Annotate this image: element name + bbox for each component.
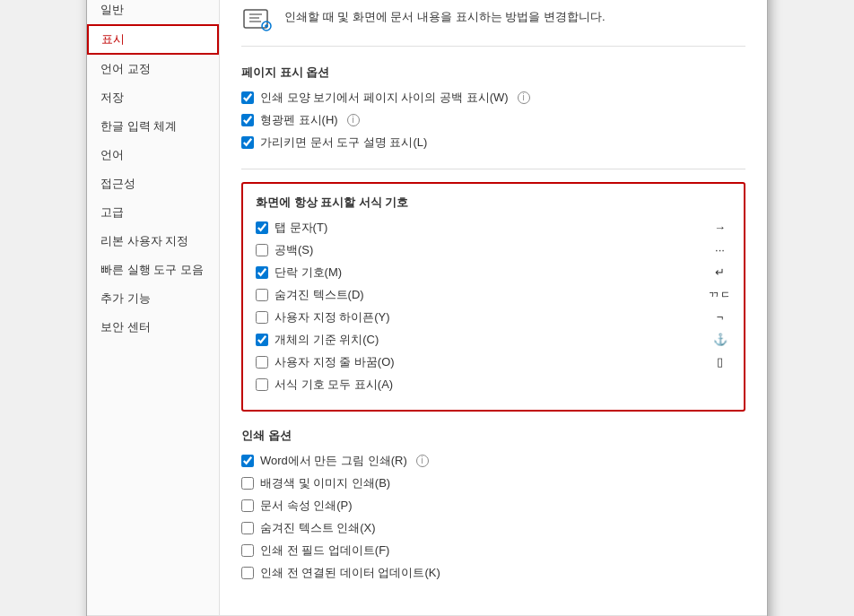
format-symbol-row-space: 공백(S)··· xyxy=(256,242,731,258)
sidebar-item-general[interactable]: 일반 xyxy=(87,0,219,24)
format-symbol-row-tab: 탭 문자(T)→ xyxy=(256,220,731,236)
print-option-row-print_properties: 문서 속성 인쇄(P) xyxy=(241,498,745,514)
symbol-optional_break: ▯ xyxy=(709,355,731,369)
sidebar: 일반표시언어 교정저장한글 입력 체계언어접근성고급리본 사용자 지정빠른 실행… xyxy=(87,0,220,615)
sidebar-item-advanced[interactable]: 고급 xyxy=(87,198,219,227)
label-format-all_formatting: 서식 기호 모두 표시(A) xyxy=(274,377,702,393)
sidebar-item-korean[interactable]: 한글 입력 체계 xyxy=(87,112,219,141)
print-option-row-update_fields: 인쇄 전 필드 업데이트(F) xyxy=(241,542,745,559)
symbol-object_anchor: ⚓ xyxy=(709,333,731,346)
checkbox-print-update_fields[interactable] xyxy=(241,544,254,557)
label-print-print_background: 배경색 및 이미지 인쇄(B) xyxy=(260,475,390,491)
symbol-paragraph: ↵ xyxy=(709,265,731,279)
word-options-dialog: W Word 옵션 ? ✕ 일반표시언어 교정저장한글 입력 체계언어접근성고급… xyxy=(86,0,768,616)
checkbox-row-show_tooltip: 가리키면 문서 도구 설명 표시(L) xyxy=(241,134,745,151)
page-display-options-section: 페이지 표시 옵션 인쇄 모양 보기에서 페이지 사이의 공백 표시(W)i형광… xyxy=(241,65,745,151)
checkbox-print-print_properties[interactable] xyxy=(241,499,254,512)
info-icon-print-print_drawings: i xyxy=(416,455,429,467)
info-icon-show_highlighter: i xyxy=(347,114,360,126)
svg-rect-2 xyxy=(244,10,267,28)
sidebar-item-trustcenter[interactable]: 보안 센터 xyxy=(87,313,219,342)
print-option-row-print_background: 배경색 및 이미지 인쇄(B) xyxy=(241,475,745,491)
checkbox-format-space[interactable] xyxy=(256,244,268,256)
label-format-optional_hyphen: 사용자 지정 하이픈(Y) xyxy=(274,309,702,325)
checkbox-format-hidden_text[interactable] xyxy=(256,289,268,301)
checkbox-format-optional_hyphen[interactable] xyxy=(256,311,268,324)
checkbox-show_whitespace[interactable] xyxy=(241,91,254,104)
checkbox-format-paragraph[interactable] xyxy=(256,266,268,279)
sidebar-item-display[interactable]: 표시 xyxy=(87,24,219,55)
label-show_tooltip: 가리키면 문서 도구 설명 표시(L) xyxy=(260,134,427,151)
display-icon xyxy=(241,4,274,37)
info-icon-show_whitespace: i xyxy=(518,91,530,104)
label-format-optional_break: 사용자 지정 줄 바꿈(O) xyxy=(274,354,702,370)
checkbox-row-show_whitespace: 인쇄 모양 보기에서 페이지 사이의 공백 표시(W)i xyxy=(241,90,745,106)
format-symbols-section: 화면에 항상 표시할 서식 기호 탭 문자(T)→공백(S)···단락 기호(M… xyxy=(241,182,745,412)
checkbox-show_highlighter[interactable] xyxy=(241,114,254,126)
page-header: 인쇄할 때 및 화면에 문서 내용을 표시하는 방법을 변경합니다. xyxy=(241,4,745,47)
checkbox-row-show_highlighter: 형광펜 표시(H)i xyxy=(241,112,745,128)
label-show_whitespace: 인쇄 모양 보기에서 페이지 사이의 공백 표시(W) xyxy=(260,90,509,106)
label-format-hidden_text: 숨겨진 텍스트(D) xyxy=(274,287,702,303)
sidebar-item-proofing[interactable]: 언어 교정 xyxy=(87,55,219,83)
checkbox-format-tab[interactable] xyxy=(256,221,268,234)
label-print-print_properties: 문서 속성 인쇄(P) xyxy=(260,498,353,514)
print-option-row-print_drawings: Word에서 만든 그림 인쇄(R)i xyxy=(241,453,745,469)
sidebar-item-accessibility[interactable]: 접근성 xyxy=(87,169,219,198)
symbol-tab: → xyxy=(709,221,731,234)
label-print-update_fields: 인쇄 전 필드 업데이트(F) xyxy=(260,542,389,559)
checkbox-show_tooltip[interactable] xyxy=(241,136,254,149)
label-print-print_drawings: Word에서 만든 그림 인쇄(R) xyxy=(260,453,407,469)
print-options-title: 인쇄 옵션 xyxy=(241,428,745,444)
divider1 xyxy=(241,169,745,169)
label-format-tab: 탭 문자(T) xyxy=(274,220,702,236)
sidebar-item-addins[interactable]: 추가 기능 xyxy=(87,284,219,313)
format-symbol-row-paragraph: 단락 기호(M)↵ xyxy=(256,265,731,281)
print-option-row-update_linked: 인쇄 전 연결된 데이터 업데이트(K) xyxy=(241,565,745,581)
header-description: 인쇄할 때 및 화면에 문서 내용을 표시하는 방법을 변경합니다. xyxy=(284,4,606,26)
content-area: 인쇄할 때 및 화면에 문서 내용을 표시하는 방법을 변경합니다. 페이지 표… xyxy=(220,0,767,615)
symbol-optional_hyphen: ¬ xyxy=(709,310,731,324)
label-format-object_anchor: 개체의 기준 위치(C) xyxy=(274,332,702,348)
format-symbol-row-all_formatting: 서식 기호 모두 표시(A) xyxy=(256,377,731,393)
sidebar-item-ribbon[interactable]: 리본 사용자 지정 xyxy=(87,227,219,256)
print-options-section: 인쇄 옵션 Word에서 만든 그림 인쇄(R)i배경색 및 이미지 인쇄(B)… xyxy=(241,428,745,581)
checkbox-print-print_drawings[interactable] xyxy=(241,455,254,467)
checkbox-format-object_anchor[interactable] xyxy=(256,334,268,346)
symbol-hidden_text: ᆩᆮ xyxy=(708,287,731,303)
checkbox-print-update_linked[interactable] xyxy=(241,567,254,579)
checkbox-format-all_formatting[interactable] xyxy=(256,378,268,391)
format-symbols-title: 화면에 항상 표시할 서식 기호 xyxy=(256,195,731,211)
label-show_highlighter: 형광펜 표시(H) xyxy=(260,112,338,128)
format-symbol-row-optional_hyphen: 사용자 지정 하이픈(Y)¬ xyxy=(256,309,731,325)
label-format-space: 공백(S) xyxy=(274,242,702,258)
format-symbol-row-object_anchor: 개체의 기준 위치(C)⚓ xyxy=(256,332,731,348)
dialog-body: 일반표시언어 교정저장한글 입력 체계언어접근성고급리본 사용자 지정빠른 실행… xyxy=(87,0,767,615)
symbol-space: ··· xyxy=(709,243,731,256)
format-symbol-row-hidden_text: 숨겨진 텍스트(D)ᆩᆮ xyxy=(256,287,731,303)
checkbox-print-print_background[interactable] xyxy=(241,477,254,490)
label-print-update_linked: 인쇄 전 연결된 데이터 업데이트(K) xyxy=(260,565,440,581)
sidebar-item-language[interactable]: 언어 xyxy=(87,141,219,169)
label-format-paragraph: 단락 기호(M) xyxy=(274,265,702,281)
checkbox-print-print_hidden[interactable] xyxy=(241,522,254,534)
page-display-options-title: 페이지 표시 옵션 xyxy=(241,65,745,81)
checkbox-format-optional_break[interactable] xyxy=(256,356,268,369)
print-option-row-print_hidden: 숨겨진 텍스트 인쇄(X) xyxy=(241,520,745,536)
format-symbol-row-optional_break: 사용자 지정 줄 바꿈(O)▯ xyxy=(256,354,731,370)
label-print-print_hidden: 숨겨진 텍스트 인쇄(X) xyxy=(260,520,376,536)
sidebar-item-save[interactable]: 저장 xyxy=(87,83,219,112)
sidebar-item-quickaccess[interactable]: 빠른 실행 도구 모음 xyxy=(87,256,219,284)
